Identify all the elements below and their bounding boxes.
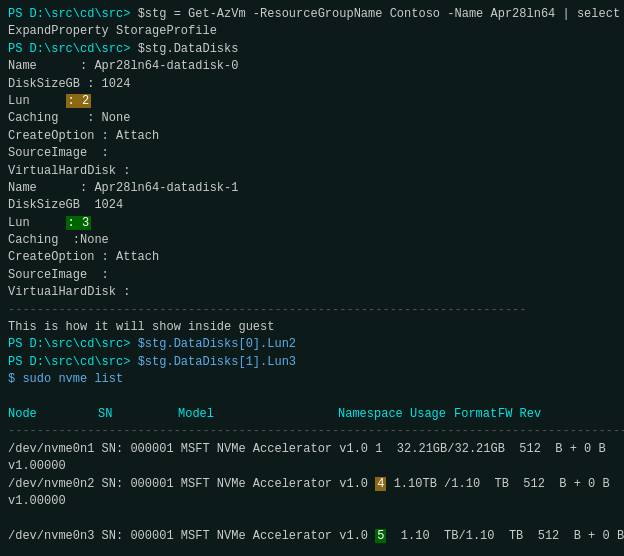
- line-7: SourceImage :: [8, 145, 616, 162]
- nvme-row-1: /dev/nvme0n1 SN: 000001 MSFT NVMe Accele…: [8, 441, 616, 458]
- ns-badge-2: 4: [375, 477, 386, 491]
- line-1b: ExpandProperty StorageProfile: [8, 23, 616, 40]
- blank-1: [8, 389, 616, 406]
- table-header-row: NodeSNModelNamespaceUsageFormatFW Rev: [8, 406, 616, 423]
- line-4: DiskSizeGB : 1024: [8, 76, 616, 93]
- nvme-row-2b: v1.00000: [8, 493, 616, 510]
- line-5: Caching : None: [8, 110, 616, 127]
- line-nvme-cmd: $ sudo nvme list: [8, 371, 616, 388]
- line-lun1: Lun : 2: [8, 93, 616, 110]
- line-3: Name : Apr28ln64-datadisk-0: [8, 58, 616, 75]
- line-14: VirtualHardDisk :: [8, 284, 616, 301]
- blank-2: [8, 510, 616, 527]
- cmd-text: $stg = Get-AzVm -ResourceGroupName Conto…: [138, 7, 624, 21]
- line-9: Name : Apr28ln64-datadisk-1: [8, 180, 616, 197]
- line-8: VirtualHardDisk :: [8, 163, 616, 180]
- line-11: Caching :None: [8, 232, 616, 249]
- lun-badge-2: : 3: [66, 216, 92, 230]
- table-sep-line: ----------------------------------------…: [8, 423, 616, 440]
- line-10: DiskSizeGB 1024: [8, 197, 616, 214]
- prompt: PS D:\src\cd\src>: [8, 7, 138, 21]
- nvme-row-1b: v1.00000: [8, 458, 616, 475]
- nvme-row-2: /dev/nvme0n2 SN: 000001 MSFT NVMe Accele…: [8, 476, 616, 493]
- cmd-2: $stg.DataDisks: [138, 42, 239, 56]
- line-12: CreateOption : Attach: [8, 249, 616, 266]
- prompt-2: PS D:\src\cd\src>: [8, 42, 138, 56]
- terminal-window: PS D:\src\cd\src> $stg = Get-AzVm -Resou…: [0, 0, 624, 556]
- nvme-row-3: /dev/nvme0n3 SN: 000001 MSFT NVMe Accele…: [8, 528, 616, 545]
- info-line: This is how it will show inside guest: [8, 319, 616, 336]
- line-6: CreateOption : Attach: [8, 128, 616, 145]
- ns-badge-3: 5: [375, 529, 386, 543]
- line-2: PS D:\src\cd\src> $stg.DataDisks: [8, 41, 616, 58]
- lun-badge-1: : 2: [66, 94, 92, 108]
- line-lun2: Lun : 3: [8, 215, 616, 232]
- line-13: SourceImage :: [8, 267, 616, 284]
- line-lun2-cmd: PS D:\src\cd\src> $stg.DataDisks[0].Lun2: [8, 336, 616, 353]
- cmd-text-cont: ExpandProperty StorageProfile: [8, 24, 217, 38]
- line-lun3-cmd: PS D:\src\cd\src> $stg.DataDisks[1].Lun3: [8, 354, 616, 371]
- line-1: PS D:\src\cd\src> $stg = Get-AzVm -Resou…: [8, 6, 616, 23]
- separator-line: ----------------------------------------…: [8, 302, 616, 319]
